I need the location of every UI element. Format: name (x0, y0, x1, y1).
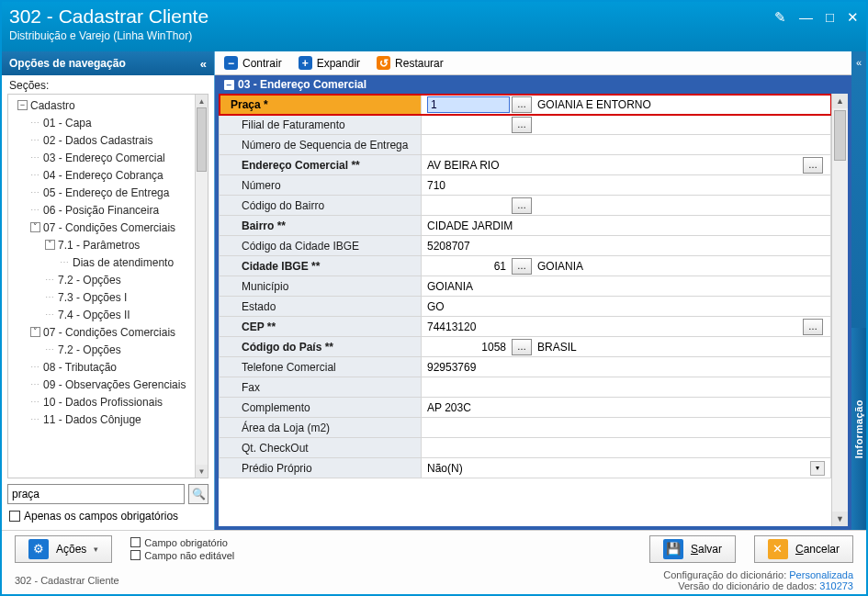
window-title: 302 - Cadastrar Cliente (9, 6, 209, 28)
tree-item-label: 07 - Condições Comerciais (43, 221, 175, 234)
tree-item-label: 03 - Endereço Comercial (43, 152, 165, 164)
close-window-icon[interactable]: ✕ (847, 9, 859, 26)
maximize-window-icon[interactable]: □ (826, 9, 834, 26)
nav-tree-item[interactable]: ⋯10 - Dados Profissionais (14, 393, 195, 410)
row-municipio[interactable]: MunicípioGOIANIA (220, 276, 831, 297)
praca-lookup-button[interactable]: … (512, 96, 532, 113)
nav-tree-item[interactable]: ⋯08 - Tributação (14, 358, 195, 376)
restaurar-button[interactable]: ↺ Restaurar (377, 56, 444, 70)
nav-tree-item[interactable]: −Cadastro (14, 96, 195, 114)
acoes-button[interactable]: ⚙ Ações ▾ (15, 535, 112, 563)
only-required-checkbox[interactable] (9, 511, 20, 522)
row-codpais[interactable]: Código do País **1058…BRASIL (220, 337, 831, 357)
tree-item-label: 7.4 - Opções II (58, 309, 130, 321)
row-filial[interactable]: Filial de Faturamento… (220, 115, 831, 135)
tree-item-label: 10 - Dados Profissionais (43, 396, 163, 409)
salvar-label: SSalvaralvar (691, 543, 722, 556)
tree-leaf-icon: ⋯ (45, 344, 54, 354)
codbairro-lookup-button[interactable]: … (512, 197, 532, 214)
edit-window-icon[interactable]: ✎ (774, 9, 786, 26)
row-numero[interactable]: Número710 (220, 175, 831, 196)
tree-item-label: 7.3 - Opções I (58, 291, 127, 304)
tree-expand-icon[interactable]: ˅ (30, 222, 40, 232)
tree-item-label: Dias de atendimento (73, 256, 174, 269)
row-qtcheck[interactable]: Qt. CheckOut (220, 438, 831, 458)
tree-expand-icon[interactable]: ˅ (45, 240, 55, 250)
row-estado[interactable]: EstadoGO (220, 297, 831, 317)
tree-scrollbar[interactable]: ▲ ▼ (195, 95, 208, 478)
tree-item-label: 07 - Condições Comerciais (43, 326, 175, 339)
nav-tree-item[interactable]: ⋯Dias de atendimento (14, 253, 195, 271)
salvar-button[interactable]: 💾 SSalvaralvar (649, 535, 736, 563)
cancelar-button[interactable]: ✕ CancelarCancelar (754, 535, 853, 563)
grid-scroll-up-icon[interactable]: ▲ (832, 94, 848, 108)
scroll-thumb[interactable] (197, 107, 207, 172)
nav-tree-item[interactable]: ⋯02 - Dados Cadastrais (14, 131, 195, 149)
cidibge-lookup-button[interactable]: … (512, 258, 532, 275)
minimize-window-icon[interactable]: — (799, 9, 813, 26)
info-side-tab[interactable]: Informação (851, 328, 866, 530)
row-codbairro[interactable]: Código do Bairro… (220, 196, 831, 216)
section-collapse-icon[interactable]: − (224, 80, 234, 90)
collapse-sidebar-icon[interactable]: « (200, 57, 207, 71)
expandir-button[interactable]: + Expandir (299, 56, 360, 70)
tree-expand-icon[interactable]: − (17, 100, 28, 110)
scroll-up-icon[interactable]: ▲ (196, 95, 208, 107)
scroll-down-icon[interactable]: ▼ (196, 465, 208, 478)
section-header[interactable]: − 03 - Endereço Comercial (219, 75, 848, 94)
row-bairro[interactable]: Bairro **CIDADE JARDIM (220, 216, 831, 236)
row-predio[interactable]: Prédio PróprioNão(N)▾ (220, 458, 831, 478)
cidibge-value: GOIANIA (534, 260, 583, 273)
grid-scroll-down-icon[interactable]: ▼ (832, 512, 848, 526)
predio-value: Não(N) (427, 462, 810, 475)
endcom-lookup-button[interactable]: … (803, 157, 823, 174)
row-praca[interactable]: Praça * … GOIANIA E ENTORNO (220, 95, 831, 115)
nav-tree-item[interactable]: ⋯06 - Posição Financeira (14, 201, 195, 219)
filial-lookup-button[interactable]: … (512, 117, 532, 133)
tree-expand-icon[interactable]: ˅ (30, 327, 40, 337)
nav-tree-item[interactable]: ⋯01 - Capa (14, 114, 195, 131)
codpais-lookup-button[interactable]: … (512, 339, 532, 355)
row-cep[interactable]: CEP **74413120… (220, 317, 831, 337)
grid-scroll-thumb[interactable] (834, 110, 846, 161)
nav-tree-item[interactable]: ˅07 - Condições Comerciais (14, 219, 195, 236)
nav-tree-item[interactable]: ˅7.1 - Parâmetros (14, 236, 195, 253)
nav-tree-item[interactable]: ⋯05 - Endereço de Entrega (14, 184, 195, 201)
codpais-code: 1058 (427, 341, 510, 354)
predio-dropdown-icon[interactable]: ▾ (810, 461, 825, 476)
nav-tree-item[interactable]: ⋯11 - Dados Cônjuge (14, 410, 195, 428)
sections-label: Seções: (2, 75, 214, 94)
nav-tree-item[interactable]: ⋯7.2 - Opções (14, 341, 195, 358)
window-subtitle: Distribuição e Varejo (Linha WinThor) (9, 29, 209, 42)
row-numseq[interactable]: Número de Sequencia de Entrega (220, 135, 831, 155)
nav-tree-item[interactable]: ⋯7.4 - Opções II (14, 306, 195, 323)
acoes-label: Ações (56, 543, 86, 556)
footer-breadcrumb: 302 - Cadastrar Cliente (15, 575, 119, 586)
row-compl[interactable]: ComplementoAP 203C (220, 398, 831, 418)
row-tel[interactable]: Telefone Comercial92953769 (220, 357, 831, 377)
row-fax[interactable]: Fax (220, 377, 831, 398)
nav-tree-item[interactable]: ⋯04 - Endereço Cobrança (14, 166, 195, 184)
row-area[interactable]: Área da Loja (m2) (220, 418, 831, 438)
nav-tree-item[interactable]: ˅07 - Condições Comerciais (14, 323, 195, 341)
row-endcom[interactable]: Endereço Comercial **AV BEIRA RIO… (220, 155, 831, 175)
nav-search-button[interactable]: 🔍 (188, 484, 209, 504)
nav-search-input[interactable] (7, 484, 185, 504)
nav-tree[interactable]: −Cadastro⋯01 - Capa⋯02 - Dados Cadastrai… (8, 95, 195, 478)
dict-conf-value[interactable]: Personalizada (789, 569, 853, 580)
nav-header[interactable]: Opções de navegação « (2, 51, 214, 75)
row-cidibge[interactable]: Cidade IBGE **61…GOIANIA (220, 256, 831, 276)
tree-leaf-icon: ⋯ (30, 152, 39, 163)
praca-code-input[interactable] (427, 96, 510, 113)
nav-tree-item[interactable]: ⋯03 - Endereço Comercial (14, 149, 195, 166)
grid-scrollbar[interactable]: ▲ ▼ (831, 94, 848, 526)
nav-tree-item[interactable]: ⋯7.2 - Opções (14, 271, 195, 288)
nav-tree-item[interactable]: ⋯7.3 - Opções I (14, 288, 195, 306)
nav-tree-item[interactable]: ⋯09 - Observações Gerenciais (14, 376, 195, 393)
contrair-button[interactable]: − Contrair (224, 56, 282, 70)
tree-leaf-icon: ⋯ (45, 309, 54, 320)
tree-item-label: 06 - Posição Financeira (43, 204, 159, 217)
cep-lookup-button[interactable]: … (803, 319, 823, 335)
dict-ver-value[interactable]: 310273 (819, 580, 853, 591)
row-codibge[interactable]: Código da Cidade IBGE5208707 (220, 236, 831, 256)
